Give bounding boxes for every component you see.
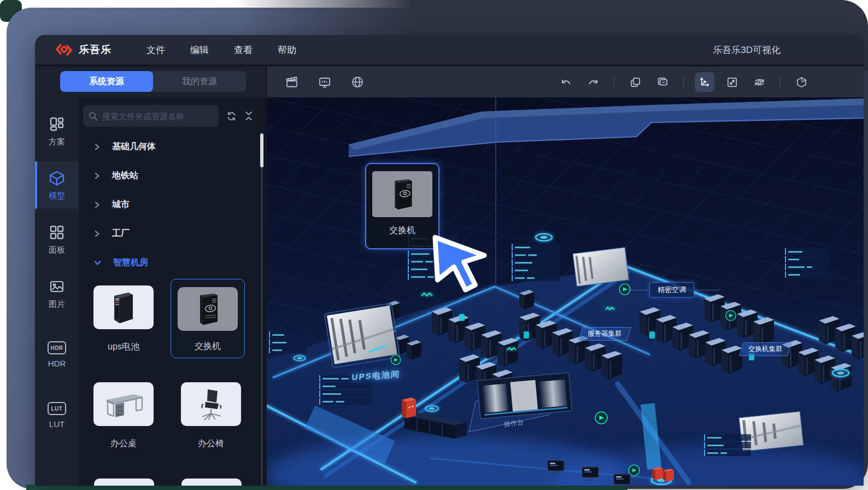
rail-item-model[interactable]: 模型: [35, 161, 79, 209]
rail-item-lut[interactable]: LUT LUT: [35, 393, 79, 436]
undo-button[interactable]: [556, 72, 576, 92]
move-axes-icon: [699, 76, 711, 89]
move-tool-button[interactable]: [695, 72, 714, 92]
cube-tool-button[interactable]: [791, 72, 811, 92]
rotate-tool-button[interactable]: [749, 72, 769, 92]
rail-item-image[interactable]: 图片: [35, 270, 79, 317]
grid-icon: [49, 224, 65, 241]
rail-label: 模型: [49, 191, 65, 201]
resource-card-switch[interactable]: 交换机: [171, 279, 245, 358]
search-box[interactable]: [83, 105, 219, 127]
label-server-cluster[interactable]: 服务器集群: [578, 327, 631, 341]
display-button[interactable]: [315, 72, 335, 92]
menu-help[interactable]: 帮助: [278, 44, 296, 56]
partial-thumbnail[interactable]: [94, 479, 154, 486]
desk-image: [102, 388, 145, 421]
chevron-right-icon: [94, 201, 100, 208]
window-body: 系统资源 我的资源 方案 模型: [35, 67, 864, 486]
toolbar-divider: [614, 75, 614, 89]
resource-label: ups电池: [108, 341, 139, 353]
tree-label: 地铁站: [112, 170, 138, 182]
panel-scrollbar-thumb[interactable]: [260, 133, 263, 167]
resource-card-desk[interactable]: 办公桌: [86, 382, 161, 450]
rail-label: HDR: [48, 359, 66, 368]
brand[interactable]: 乐吾乐: [56, 42, 112, 57]
label-precision-ac[interactable]: 精密空调: [649, 282, 694, 298]
scale-tool-button[interactable]: [722, 72, 742, 92]
chair-image: [196, 387, 226, 421]
refresh-button[interactable]: [226, 111, 237, 121]
layout-icon: [49, 116, 65, 132]
resource-tabs: 系统资源 我的资源: [60, 71, 246, 92]
tree-item-factory[interactable]: 工厂: [79, 219, 259, 248]
info-panel: [269, 331, 307, 353]
label-switch-cluster[interactable]: 交换机集群: [739, 342, 792, 356]
toolbar-right-group: [556, 72, 811, 92]
partial-thumbnail[interactable]: [181, 479, 242, 486]
resource-card-ups[interactable]: ups电池: [86, 285, 161, 353]
search-input[interactable]: [102, 112, 206, 121]
rail-item-panel[interactable]: 面板: [35, 215, 79, 263]
globe-button[interactable]: [348, 72, 367, 92]
tree-label: 智慧机房: [113, 257, 148, 269]
drag-thumbnail: [372, 171, 432, 217]
menu-view[interactable]: 查看: [234, 44, 253, 56]
collapse-icon: [244, 111, 253, 121]
redo-icon: [587, 76, 600, 89]
copy-button[interactable]: [625, 72, 645, 92]
tree-label: 城市: [112, 199, 130, 211]
hdr-badge-icon: HDR: [48, 341, 66, 354]
undo-icon: [560, 76, 572, 89]
toolbar-divider: [780, 75, 781, 89]
menu-bar: 乐吾乐 文件 编辑 查看 帮助 乐吾乐3D可视化: [35, 35, 864, 66]
duplicate-button[interactable]: [653, 72, 672, 92]
tree-item-basic-geometry[interactable]: 基础几何体: [79, 132, 259, 161]
resource-card-chair[interactable]: 办公椅: [174, 382, 248, 450]
3d-viewport[interactable]: 精密空调 服务器集群 交换机集群 UPS电池间 操作台: [267, 97, 864, 486]
tree-item-smart-datacenter[interactable]: 智慧机房: [79, 248, 259, 277]
menu-items: 文件 编辑 查看 帮助: [146, 44, 296, 56]
info-panel: [512, 244, 560, 281]
ups-thumbnail: [93, 285, 154, 329]
ups-tower-image: [104, 289, 143, 325]
chevron-right-icon: [94, 230, 100, 237]
image-icon: [49, 278, 65, 295]
drag-ghost-card[interactable]: 交换机: [365, 163, 439, 249]
menu-edit[interactable]: 编辑: [190, 44, 209, 56]
red-boxes: [652, 467, 674, 482]
toolbar-left-group: [282, 72, 367, 92]
switch-rack-image: [190, 291, 225, 327]
chevron-down-icon: [94, 260, 101, 266]
tree-label: 基础几何体: [112, 141, 156, 153]
tree-item-subway[interactable]: 地铁站: [79, 161, 259, 190]
chair-thumbnail: [181, 382, 241, 426]
drag-label: 交换机: [389, 225, 415, 236]
rail-label: 面板: [49, 245, 65, 255]
rail-item-scheme[interactable]: 方案: [35, 107, 79, 155]
panel-scrollbar-track[interactable]: [261, 132, 262, 486]
animation-button[interactable]: [282, 72, 302, 92]
chevron-right-icon: [94, 172, 100, 179]
menu-file[interactable]: 文件: [146, 44, 165, 56]
redo-button[interactable]: [583, 72, 603, 92]
brand-name: 乐吾乐: [79, 43, 112, 57]
tab-my-resources[interactable]: 我的资源: [153, 71, 246, 92]
resource-panel: 基础几何体 地铁站 城市: [79, 97, 266, 486]
viewport-toolbar: [267, 67, 864, 97]
scale-icon: [726, 76, 738, 89]
cube-icon: [49, 170, 65, 186]
toolbar-divider: [683, 75, 684, 89]
chevron-right-icon: [94, 143, 100, 150]
tree-item-city[interactable]: 城市: [79, 190, 259, 219]
collapse-all-button[interactable]: [244, 111, 253, 121]
refresh-icon: [226, 111, 237, 121]
tab-system-resources[interactable]: 系统资源: [60, 71, 153, 92]
rail-item-hdr[interactable]: HDR HDR: [35, 332, 79, 376]
info-panel: [785, 248, 831, 278]
rotate-icon: [753, 76, 766, 89]
resource-label: 办公桌: [110, 438, 137, 450]
info-panel: [704, 434, 751, 456]
resource-grid: ups电池: [79, 279, 266, 486]
switch-rack-image: [385, 176, 419, 212]
rail-label: 图片: [49, 299, 65, 310]
